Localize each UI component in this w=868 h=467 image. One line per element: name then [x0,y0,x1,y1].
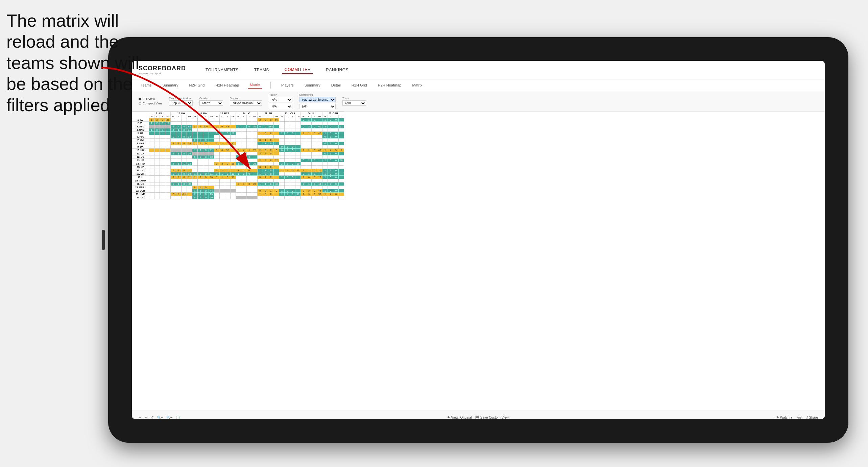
matrix-cell: 1 [322,193,328,196]
matrix-cell: 0 [312,125,317,128]
subnav-players-h2h-grid[interactable]: H2H Grid [349,82,369,89]
matrix-cell: 0 [160,118,165,122]
division-label: Division [230,97,262,100]
matrix-cell: 1 [257,172,263,176]
region-select[interactable]: N/A [269,97,292,102]
matrix-cell [154,189,160,193]
matrix-wrapper[interactable]: 3. ASU 10. UW 11. UA 22. UCB 24. UO 27. … [132,112,825,411]
matrix-cell [246,179,252,182]
nav-teams[interactable]: TEAMS [251,66,272,74]
undo-btn[interactable]: ↩ [139,416,141,419]
matrix-cell [290,128,295,132]
matrix-cell: 11 [317,169,322,172]
matrix-cell: 14 [187,142,192,145]
matrix-cell [214,152,219,155]
subnav-h2h-heatmap[interactable]: H2H Heatmap [213,82,241,89]
matrix-cell [328,155,333,159]
matrix-cell [306,145,312,149]
matrix-cell: 0 [203,176,209,179]
matrix-cell: 22 [187,162,192,166]
subnav-players-matrix[interactable]: Matrix [410,82,424,89]
subnav-players-detail[interactable]: Detail [329,82,343,89]
matrix-cell [263,179,268,182]
conference-select2[interactable]: (All) [299,104,336,109]
matrix-cell: 2 [171,162,176,166]
matrix-cell: 1 [236,169,241,172]
zoom-in-btn[interactable]: 🔍+ [166,416,172,419]
matrix-cell: 1 [301,149,306,152]
team-select[interactable]: (All) [342,100,366,106]
clock-btn[interactable]: 🕐 [176,416,180,419]
matrix-cell [209,132,214,135]
matrix-cell: 0 [192,155,198,159]
row-header: 3. ASU [132,125,149,128]
matrix-cell [214,135,219,139]
zoom-out-btn[interactable]: 🔍− [157,416,163,419]
matrix-cell [339,132,344,135]
matrix-cell [241,139,246,142]
matrix-cell [257,186,263,189]
redo-btn[interactable]: ↪ [145,416,147,419]
matrix-cell [209,159,214,162]
comment-btn[interactable]: 💬 [797,416,801,419]
view-original-btn[interactable]: 👁 View: Original [447,416,472,419]
subnav-players-summary[interactable]: Summary [303,82,322,89]
row-header: 9. UA [132,145,149,149]
matrix-cell [241,189,246,193]
matrix-cell [317,152,322,155]
matrix-cell: 2 [198,142,203,145]
matrix-cell [192,122,198,125]
refresh-btn[interactable]: ↺ [151,416,153,419]
max-teams-select[interactable]: Top 25 [169,100,193,106]
matrix-cell: 2 [306,159,312,162]
gender-select[interactable]: Men's [199,100,223,106]
matrix-cell [182,189,187,193]
matrix-cell: 0 [214,162,219,166]
matrix-cell [317,172,322,176]
matrix-cell: 1 [285,169,290,172]
region-select2[interactable]: N/A [269,104,292,109]
subnav-summary[interactable]: Summary [160,82,180,89]
matrix-cell [290,159,295,162]
matrix-cell [225,196,230,199]
subnav-players[interactable]: Players [279,82,296,89]
matrix-cell: 1 [306,132,312,135]
save-custom-btn[interactable]: 💾 Save Custom View [475,416,509,419]
nav-tournaments[interactable]: TOURNAMENTS [203,66,241,74]
subnav-players-h2h-heatmap[interactable]: H2H Heatmap [376,82,404,89]
matrix-cell: 11 [339,125,344,128]
nav-rankings[interactable]: RANKINGS [323,66,351,74]
matrix-cell: 2 [279,132,285,135]
matrix-cell: 1 [257,169,263,172]
watch-btn[interactable]: 👁 Watch ▾ [776,416,792,419]
matrix-cell [165,149,171,152]
matrix-cell: 0 [246,162,252,166]
table-row: 7. UM010010 [132,139,344,142]
matrix-cell [274,179,279,182]
matrix-cell [176,139,182,142]
division-select[interactable]: NCAA Division I [230,100,262,106]
matrix-cell: 1 [198,172,203,176]
matrix-cell: 1 [171,182,176,186]
matrix-cell: 0 [182,182,187,186]
matrix-cell [285,125,290,128]
matrix-cell [154,166,160,169]
max-teams-filter: Max teams in view Top 25 [169,97,193,106]
matrix-cell [214,196,219,199]
subnav-h2h-grid[interactable]: H2H Grid [187,82,207,89]
conference-select[interactable]: Pac-12 Conference [299,97,336,102]
row-header: 4. UNC [132,128,149,132]
subnav-matrix[interactable]: Matrix [248,81,262,89]
matrix-cell [252,152,257,155]
matrix-cell [176,155,182,159]
matrix-cell [295,166,301,169]
matrix-cell [328,179,333,182]
matrix-cell: 0 [312,176,317,179]
matrix-cell: 0 [328,172,333,176]
nav-committee[interactable]: COMMITTEE [282,66,313,74]
matrix-cell [236,196,241,199]
matrix-cell [230,186,236,189]
matrix-cell [225,166,230,169]
matrix-cell [268,128,274,132]
share-btn[interactable]: ⤴ Share [806,416,818,419]
